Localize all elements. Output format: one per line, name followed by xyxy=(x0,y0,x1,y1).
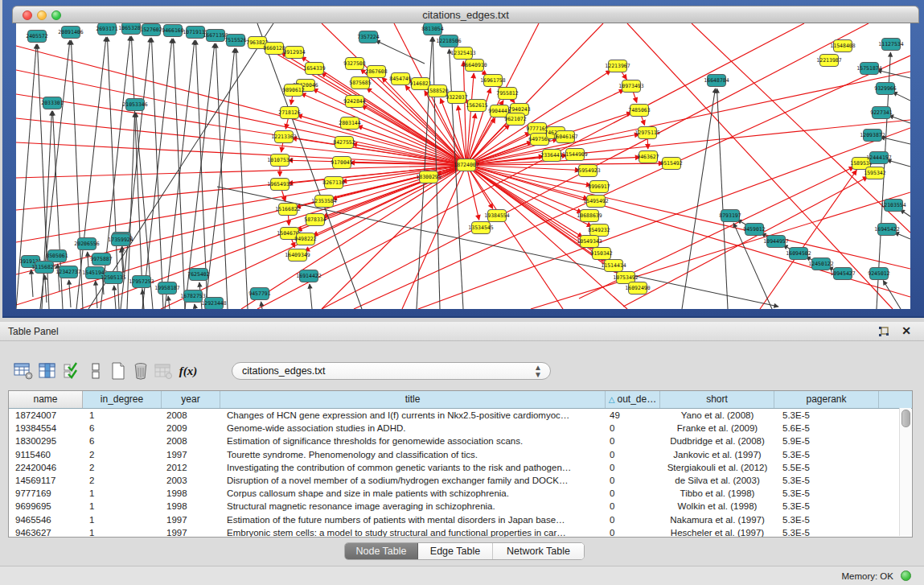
graph-node[interactable]: 9463627 xyxy=(637,151,659,163)
memory-status-icon[interactable] xyxy=(901,571,911,581)
graph-node[interactable]: 15166822 xyxy=(275,204,300,216)
scrollbar-thumb[interactable] xyxy=(901,410,910,427)
network-view[interactable]: 1872400718300295193845541353454597771696… xyxy=(16,23,910,309)
graph-node[interactable]: 8549232 xyxy=(588,225,610,237)
vertical-scrollbar[interactable] xyxy=(899,408,911,536)
graph-node[interactable]: 16094502 xyxy=(786,248,811,260)
graph-node[interactable]: 9242844 xyxy=(343,96,365,108)
graph-node[interactable]: 16046167 xyxy=(552,131,577,143)
graph-node[interactable]: 9322037 xyxy=(446,92,467,104)
graph-node[interactable]: 8427552 xyxy=(333,137,355,149)
graph-node[interactable]: 8813054 xyxy=(421,23,443,35)
window-titlebar[interactable]: citations_edges.txt xyxy=(12,6,919,23)
citation-network-graph[interactable]: 1872400718300295193845541353454597771696… xyxy=(16,23,910,309)
graph-node[interactable]: 7955812 xyxy=(496,88,518,100)
graph-node[interactable]: 20891406 xyxy=(58,27,83,39)
column-header-in_degree[interactable]: in_degree xyxy=(83,391,162,408)
graph-node[interactable]: 17957253 xyxy=(129,276,154,288)
graph-node[interactable]: 12450122 xyxy=(808,258,833,270)
graph-node[interactable]: 10688639 xyxy=(577,210,602,222)
show-column-icon[interactable] xyxy=(35,359,60,383)
graph-node[interactable]: 15495492 xyxy=(583,196,608,208)
graph-node[interactable]: 7625402 xyxy=(187,269,209,281)
table-row[interactable]: 969969511998Structural magnetic resonanc… xyxy=(9,500,912,513)
graph-node[interactable]: 2336441 xyxy=(540,150,562,162)
graph-node[interactable]: 10549343 xyxy=(577,236,602,248)
table-row[interactable]: 911546021997Tourette syndrome. Phenomeno… xyxy=(9,448,912,461)
graph-node[interactable]: 15751874 xyxy=(856,63,881,75)
graph-node[interactable]: 7357224 xyxy=(357,31,379,43)
table-selector-dropdown[interactable]: citations_edges.txt ▲▼ xyxy=(232,362,551,380)
graph-node[interactable]: 9515492 xyxy=(660,158,682,170)
graph-node[interactable]: 11156829 xyxy=(31,262,56,274)
table-mode-icon[interactable] xyxy=(11,359,35,383)
graph-node[interactable]: 5875685 xyxy=(349,77,371,89)
graph-node[interactable]: 16648784 xyxy=(704,75,729,87)
graph-node[interactable]: 19384554 xyxy=(484,210,509,222)
tab-edge-table[interactable]: Edge Table xyxy=(418,543,493,559)
graph-node[interactable]: 10945427 xyxy=(830,268,855,280)
close-panel-icon[interactable]: ✕ xyxy=(900,324,913,337)
graph-node[interactable]: 2693171 xyxy=(96,23,117,35)
graph-node[interactable]: 12093872 xyxy=(860,130,885,142)
graph-node[interactable]: 1654339 xyxy=(303,63,325,75)
column-header-title[interactable]: title xyxy=(220,391,606,408)
graph-node[interactable]: 2803144 xyxy=(339,117,360,130)
graph-node[interactable]: 2867608 xyxy=(365,66,387,78)
graph-node[interactable]: 9245012 xyxy=(868,268,889,280)
graph-node[interactable]: 9890612 xyxy=(282,84,304,97)
graph-node[interactable]: 8454749 xyxy=(389,73,411,85)
graph-node[interactable]: 9227341 xyxy=(870,107,892,119)
graph-node[interactable]: 21053346 xyxy=(122,99,147,111)
graph-node[interactable]: 16945422 xyxy=(874,224,899,236)
table-row[interactable]: 1872400712008Changes of HCN gene express… xyxy=(9,409,912,422)
graph-node[interactable]: 12213363 xyxy=(271,131,296,143)
graph-node[interactable]: 9975887 xyxy=(90,253,112,266)
graph-node[interactable]: 5878334 xyxy=(304,214,326,226)
tab-node-table[interactable]: Node Table xyxy=(345,543,418,559)
column-header-year[interactable]: year xyxy=(162,391,220,408)
graph-node[interactable]: 12975115 xyxy=(634,127,659,139)
column-header-name[interactable]: name xyxy=(9,391,83,408)
column-header-pagerank[interactable]: pagerank xyxy=(774,391,879,408)
graph-node[interactable]: 12353584 xyxy=(311,196,336,208)
graph-node[interactable]: 9170045 xyxy=(331,157,352,169)
graph-node[interactable]: 12103554 xyxy=(881,200,906,212)
graph-node[interactable]: 12213967 xyxy=(605,60,630,72)
graph-node[interactable]: 9466160 xyxy=(162,25,183,37)
graph-node[interactable]: 9498222 xyxy=(294,233,316,245)
graph-node[interactable]: 12218506 xyxy=(436,35,461,47)
delete-column-icon[interactable] xyxy=(129,359,153,383)
table-row[interactable]: 2242004622012Investigating the contribut… xyxy=(9,461,912,474)
graph-node[interactable]: 16409349 xyxy=(285,249,310,262)
graph-node[interactable]: 9150342 xyxy=(590,248,612,260)
create-column-icon[interactable] xyxy=(106,359,130,383)
graph-node[interactable]: 20206556 xyxy=(74,238,99,250)
graph-node[interactable]: 1562615 xyxy=(466,100,487,112)
table-row[interactable]: 1938455462009Genome-wide association stu… xyxy=(9,422,912,435)
table-row[interactable]: 1830029562008Estimation of significance … xyxy=(9,435,912,447)
graph-node[interactable]: 9327508 xyxy=(343,58,365,70)
graph-node[interactable]: 8793197 xyxy=(719,210,741,222)
graph-node[interactable]: 12505135 xyxy=(101,272,125,284)
table-row[interactable]: 977716911998Corpus callosum shape and si… xyxy=(9,487,912,500)
graph-node[interactable]: 12444157 xyxy=(866,152,891,164)
column-header-out_de[interactable]: △out_de… xyxy=(606,391,660,408)
graph-node[interactable]: 16640910 xyxy=(462,60,487,72)
graph-node[interactable]: 17359924 xyxy=(108,234,133,246)
graph-node[interactable]: 2718126 xyxy=(278,107,300,119)
graph-node[interactable]: 8912934 xyxy=(283,47,305,59)
graph-node[interactable]: 11514414 xyxy=(601,260,626,272)
graph-node[interactable]: 11548408 xyxy=(830,40,855,52)
graph-node[interactable]: 12923448 xyxy=(201,298,226,310)
graph-node[interactable]: 12342737 xyxy=(55,266,80,278)
graph-node[interactable]: 10973493 xyxy=(618,80,643,93)
graph-node[interactable]: 9457791 xyxy=(248,288,270,300)
delete-table-icon[interactable] xyxy=(151,359,175,383)
graph-node[interactable]: 12325413 xyxy=(450,47,475,60)
graph-node[interactable]: 9621072 xyxy=(504,113,526,126)
graph-node[interactable]: 8505061 xyxy=(46,250,68,262)
graph-node[interactable]: 9660128 xyxy=(263,43,285,55)
graph-node[interactable]: 11127534 xyxy=(878,39,903,51)
column-header-short[interactable]: short xyxy=(660,391,774,408)
